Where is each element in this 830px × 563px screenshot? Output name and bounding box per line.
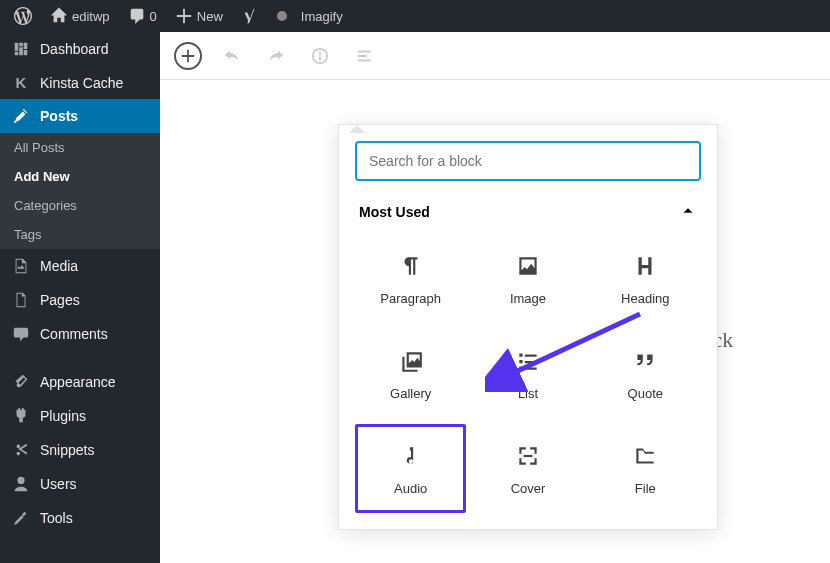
outline-button[interactable] xyxy=(350,42,378,70)
block-heading[interactable]: Heading xyxy=(590,234,701,323)
sidebar-sub-all-posts[interactable]: All Posts xyxy=(0,133,160,162)
list-icon xyxy=(515,348,541,374)
site-name-label: editwp xyxy=(72,9,110,24)
block-gallery[interactable]: Gallery xyxy=(355,329,466,418)
inserter-section-title: Most Used xyxy=(359,204,430,220)
redo-icon xyxy=(267,47,285,65)
sidebar-item-label: Plugins xyxy=(40,408,86,424)
snippets-icon xyxy=(12,441,30,459)
yoast-icon xyxy=(241,7,259,25)
comment-count: 0 xyxy=(150,9,157,24)
comment-icon xyxy=(128,7,146,25)
sidebar-item-dashboard[interactable]: Dashboard xyxy=(0,32,160,66)
sidebar-item-label: Media xyxy=(40,258,78,274)
image-icon xyxy=(515,253,541,279)
sidebar-item-label: Posts xyxy=(40,108,78,124)
dashboard-icon xyxy=(12,40,30,58)
new-content-button[interactable]: New xyxy=(169,0,229,32)
sidebar-item-plugins[interactable]: Plugins xyxy=(0,399,160,433)
comments-icon xyxy=(12,325,30,343)
block-search-input[interactable] xyxy=(355,141,701,181)
editor-content: to choose a block Most Used Paragraph Im… xyxy=(160,32,830,563)
sidebar-item-label: Tools xyxy=(40,510,73,526)
block-grid: Paragraph Image Heading Gallery List Quo… xyxy=(355,234,701,513)
block-label: Quote xyxy=(628,386,663,401)
block-quote[interactable]: Quote xyxy=(590,329,701,418)
file-icon xyxy=(632,443,658,469)
paragraph-icon xyxy=(398,253,424,279)
yoast-link[interactable] xyxy=(235,0,265,32)
gallery-icon xyxy=(398,348,424,374)
block-inserter-panel: Most Used Paragraph Image Heading Galler… xyxy=(338,124,718,530)
sidebar-item-label: Kinsta Cache xyxy=(40,75,123,91)
info-button[interactable] xyxy=(306,42,334,70)
sidebar-item-appearance[interactable]: Appearance xyxy=(0,365,160,399)
tools-icon xyxy=(12,509,30,527)
home-icon xyxy=(50,7,68,25)
media-icon xyxy=(12,257,30,275)
sidebar-sub-tags[interactable]: Tags xyxy=(0,220,160,249)
sidebar-item-label: Comments xyxy=(40,326,108,342)
plus-icon xyxy=(179,47,197,65)
admin-toolbar: editwp 0 New Imagify xyxy=(0,0,830,32)
add-block-button[interactable] xyxy=(174,42,202,70)
info-icon xyxy=(311,47,329,65)
block-label: Cover xyxy=(511,481,546,496)
comments-link[interactable]: 0 xyxy=(122,0,163,32)
sidebar-item-tools[interactable]: Tools xyxy=(0,501,160,535)
block-paragraph[interactable]: Paragraph xyxy=(355,234,466,323)
sidebar-item-pages[interactable]: Pages xyxy=(0,283,160,317)
plugins-icon xyxy=(12,407,30,425)
undo-icon xyxy=(223,47,241,65)
sidebar-item-snippets[interactable]: Snippets xyxy=(0,433,160,467)
plus-icon xyxy=(175,7,193,25)
admin-sidebar: Dashboard K Kinsta Cache Posts All Posts… xyxy=(0,32,160,563)
block-label: Paragraph xyxy=(380,291,441,306)
chevron-up-icon xyxy=(679,201,697,219)
editor-top-toolbar xyxy=(160,32,830,80)
kinsta-icon: K xyxy=(12,74,30,91)
block-label: List xyxy=(518,386,538,401)
sidebar-item-label: Dashboard xyxy=(40,41,109,57)
wordpress-icon xyxy=(14,7,32,25)
block-image[interactable]: Image xyxy=(472,234,583,323)
sidebar-item-users[interactable]: Users xyxy=(0,467,160,501)
users-icon xyxy=(12,475,30,493)
cover-icon xyxy=(515,443,541,469)
block-audio[interactable]: Audio xyxy=(355,424,466,513)
imagify-label: Imagify xyxy=(301,9,343,24)
block-label: File xyxy=(635,481,656,496)
block-label: Gallery xyxy=(390,386,431,401)
sidebar-item-posts[interactable]: Posts xyxy=(0,99,160,133)
pages-icon xyxy=(12,291,30,309)
sidebar-item-comments[interactable]: Comments xyxy=(0,317,160,351)
wp-logo-button[interactable] xyxy=(8,0,38,32)
new-label: New xyxy=(197,9,223,24)
block-label: Audio xyxy=(394,481,427,496)
block-list[interactable]: List xyxy=(472,329,583,418)
sidebar-item-label: Appearance xyxy=(40,374,116,390)
sidebar-sub-categories[interactable]: Categories xyxy=(0,191,160,220)
block-label: Heading xyxy=(621,291,669,306)
site-link[interactable]: editwp xyxy=(44,0,116,32)
sidebar-item-label: Snippets xyxy=(40,442,94,458)
redo-button[interactable] xyxy=(262,42,290,70)
pin-icon xyxy=(12,107,30,125)
sidebar-item-media[interactable]: Media xyxy=(0,249,160,283)
block-file[interactable]: File xyxy=(590,424,701,513)
block-cover[interactable]: Cover xyxy=(472,424,583,513)
imagify-link[interactable]: Imagify xyxy=(271,0,349,32)
sidebar-item-label: Users xyxy=(40,476,77,492)
outline-icon xyxy=(355,47,373,65)
collapse-section-button[interactable] xyxy=(679,201,697,222)
sidebar-item-label: Pages xyxy=(40,292,80,308)
sidebar-sub-add-new[interactable]: Add New xyxy=(0,162,160,191)
quote-icon xyxy=(632,348,658,374)
block-label: Image xyxy=(510,291,546,306)
appearance-icon xyxy=(12,373,30,391)
audio-icon xyxy=(398,443,424,469)
status-dot-icon xyxy=(277,11,287,21)
undo-button[interactable] xyxy=(218,42,246,70)
heading-icon xyxy=(632,253,658,279)
sidebar-item-kinsta[interactable]: K Kinsta Cache xyxy=(0,66,160,99)
